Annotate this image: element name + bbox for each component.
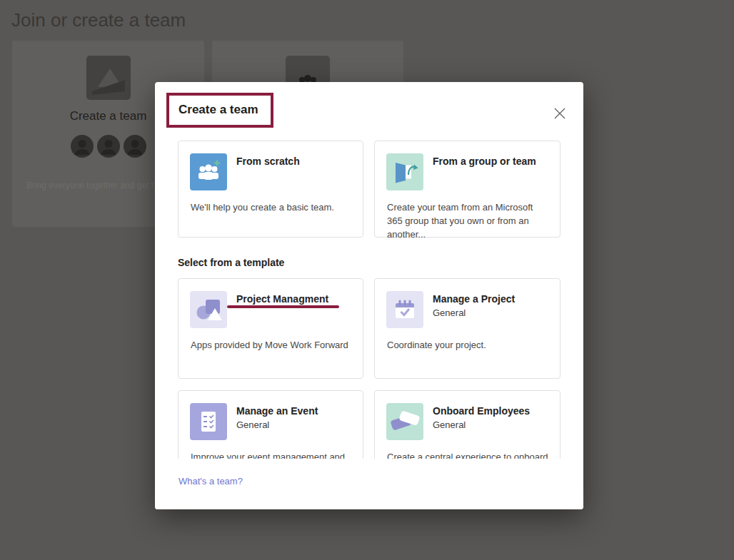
avatar (97, 135, 120, 158)
create-team-description: Bring everyone together and get t (26, 180, 154, 190)
page: Join or create a team Create a team (0, 0, 734, 560)
template-project-managment[interactable]: Project Managment Apps provided by Move … (178, 278, 363, 379)
template-subtitle: General (433, 307, 466, 318)
calendar-check-icon (386, 291, 423, 328)
template-description: Apps provided by Move Work Forward (191, 338, 353, 352)
door-arrow-icon (386, 153, 423, 190)
dialog-footer: What's a team? (155, 459, 583, 509)
template-title: Manage a Project (433, 293, 515, 305)
annotation-underline (227, 305, 339, 308)
page-title: Join or create a team (11, 9, 186, 31)
checklist-icon (190, 403, 227, 440)
template-manage-a-project[interactable]: Manage a Project General Coordinate your… (374, 278, 560, 379)
create-team-dialog: Create a team From scratch We'll help yo… (155, 82, 583, 509)
template-title: Onboard Employees (433, 405, 530, 417)
option-description: Create your team from an Microsoft 365 g… (387, 200, 550, 241)
template-description: Coordinate your project. (387, 338, 550, 352)
template-section-heading: Select from a template (178, 257, 284, 268)
shapes-icon (190, 291, 227, 328)
template-subtitle: General (236, 419, 269, 430)
avatar (71, 135, 94, 158)
template-subtitle: General (433, 419, 466, 430)
option-title: From scratch (236, 156, 300, 167)
people-add-icon (190, 153, 227, 190)
option-description: We'll help you create a basic team. (191, 200, 353, 214)
option-from-group-or-team[interactable]: From a group or team Create your team fr… (374, 141, 560, 238)
option-from-scratch[interactable]: From scratch We'll help you create a bas… (178, 141, 363, 238)
dialog-title: Create a team (179, 103, 258, 117)
avatar (124, 135, 146, 158)
template-title: Project Managment (236, 293, 328, 305)
template-title: Manage an Event (236, 405, 318, 417)
close-icon (553, 107, 566, 120)
handshake-icon (386, 403, 423, 440)
option-title: From a group or team (433, 156, 536, 167)
picture-icon (86, 56, 131, 100)
whats-a-team-link[interactable]: What's a team? (179, 476, 243, 487)
close-button[interactable] (547, 101, 573, 126)
